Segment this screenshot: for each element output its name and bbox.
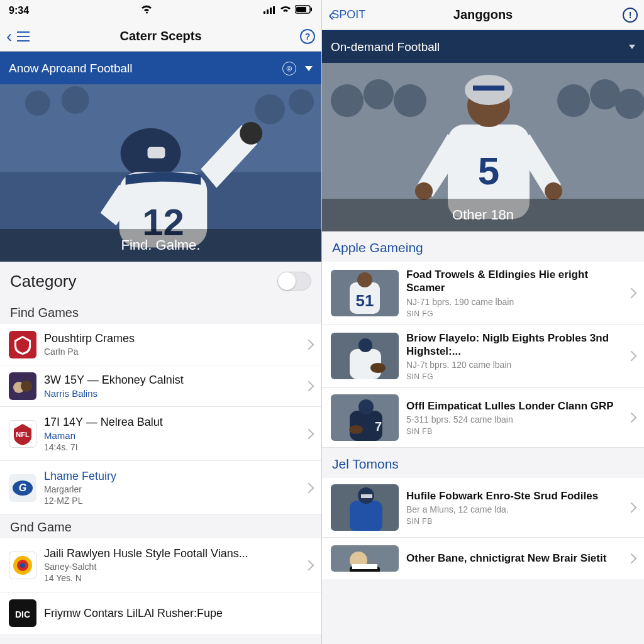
item-sub: Maman <box>44 430 300 441</box>
svg-point-33 <box>615 89 644 119</box>
category-row: Category <box>0 262 321 301</box>
card-item[interactable]: 7 Offl Eimpaticat Lulles Londer Clann GR… <box>322 388 644 448</box>
item-meta: 14:4s. 7I <box>44 442 300 452</box>
item-meta: 14 Yes. N <box>44 573 300 583</box>
list-item[interactable]: DIC Friymw Contars LilLAl Rusher:Fupe <box>0 592 321 634</box>
svg-text:DIC: DIC <box>15 609 30 619</box>
section-gnd-game: Gnd Game <box>0 515 321 538</box>
nav-bar: ‹ SPOIT Janggons ! <box>322 0 644 30</box>
item-title: Jaili Rawlyen Husle Style Footall Vians.… <box>44 547 300 560</box>
info-icon[interactable]: ! <box>623 8 638 23</box>
card-item[interactable]: Hufile Fobwark Enro-Ste Srud Fodiles Ber… <box>322 478 644 538</box>
svg-text:NFL: NFL <box>16 431 30 438</box>
page-title: Caterr Scepts <box>44 29 277 43</box>
status-bar: 9:34 <box>0 0 321 21</box>
card-tag: SIN FB <box>406 517 623 526</box>
list-item[interactable]: Jaili Rawlyen Husle Style Footall Vians.… <box>0 538 321 592</box>
svg-point-12 <box>289 89 314 114</box>
hero-image[interactable]: 12 Find. Galme. <box>0 84 321 262</box>
chevron-right-icon <box>304 560 314 570</box>
nav-bar: ‹ Caterr Scepts ? <box>0 21 321 52</box>
chevron-down-icon[interactable] <box>629 45 635 49</box>
chevron-right-icon <box>626 287 637 298</box>
filter-label: On-demand Football <box>331 40 440 54</box>
hero-image[interactable]: 5 Other 18n <box>322 63 644 231</box>
menu-icon <box>13 30 30 43</box>
list-item[interactable]: NFL 17I 14Y — Nelrea Balut Maman 14:4s. … <box>0 407 321 461</box>
chevron-right-icon <box>626 351 637 362</box>
card-thumb <box>331 484 399 531</box>
item-sub: Narris Balins <box>44 388 300 399</box>
card-item[interactable]: 51 Foad Trowels & Eldingies Hie eright S… <box>322 262 644 325</box>
menu-button[interactable]: ‹ <box>6 28 44 45</box>
svg-point-30 <box>394 84 426 117</box>
chevron-right-icon <box>626 553 637 564</box>
hero-caption: Other 18n <box>322 199 644 231</box>
card-thumb: 51 <box>331 270 399 316</box>
svg-rect-14 <box>148 147 165 158</box>
card-sub: 5-311 bprs. 524 came lbain <box>406 414 623 425</box>
team-icon: G <box>9 474 36 502</box>
list-item[interactable]: 3W 15Y — Ekhoney Calnist Narris Balins <box>0 365 321 407</box>
svg-rect-0 <box>264 11 265 14</box>
filter-bar[interactable]: On-demand Football <box>322 30 644 63</box>
svg-rect-1 <box>267 9 269 14</box>
svg-point-52 <box>349 425 363 434</box>
card-sub: Ber a Mluns, 12 came lda. <box>406 504 623 514</box>
item-sub: Saney-Salcht <box>44 562 300 572</box>
svg-point-51 <box>358 399 374 414</box>
svg-point-25 <box>20 563 25 568</box>
battery-icon <box>295 5 313 16</box>
svg-rect-6 <box>311 8 312 11</box>
item-sub: Carln Pa <box>44 347 300 357</box>
svg-text:5: 5 <box>478 149 499 192</box>
filter-label: Anow Aproand Football <box>9 62 132 75</box>
svg-rect-37 <box>473 86 504 91</box>
chevron-right-icon <box>304 428 314 439</box>
category-toggle[interactable] <box>277 272 311 291</box>
team-icon: NFL <box>9 420 36 448</box>
svg-rect-61 <box>352 564 377 569</box>
card-title: Other Bane, chnictigrat New Brair Sietit <box>406 552 623 565</box>
team-icon <box>9 331 36 358</box>
filter-bar[interactable]: Anow Aproand Football ◎ <box>0 52 321 84</box>
card-tag: SIN FG <box>406 309 623 318</box>
card-title: Offl Eimpaticat Lulles Londer Clann GRP <box>406 399 623 413</box>
team-icon <box>9 552 36 579</box>
chevron-right-icon <box>304 482 314 493</box>
chevron-right-icon <box>626 502 637 513</box>
wifi-icon <box>141 5 152 16</box>
section-apple-gaming[interactable]: Apple Gameing <box>322 231 644 262</box>
item-title: Lhame Fetuiry <box>44 470 300 483</box>
section-find-games: Find Games <box>0 301 321 324</box>
item-title: Poushtirp Crames <box>44 332 300 345</box>
list-item[interactable]: G Lhame Fetuiry Margarler 12-MZ PL <box>0 461 321 515</box>
card-thumb <box>331 333 399 379</box>
list-item[interactable]: Poushtirp Crames Carln Pa <box>0 324 321 365</box>
card-title: Hufile Fobwark Enro-Ste Srud Fodiles <box>406 489 623 502</box>
svg-rect-55 <box>350 501 382 531</box>
svg-point-39 <box>415 182 433 200</box>
card-thumb: 7 <box>331 394 399 441</box>
card-item[interactable]: Other Bane, chnictigrat New Brair Sietit <box>322 538 644 579</box>
back-button[interactable]: ‹ SPOIT <box>328 6 391 24</box>
svg-point-19 <box>21 380 32 392</box>
chevron-down-icon[interactable] <box>305 66 313 71</box>
section-jel-tomons[interactable]: Jel Tomons <box>322 448 644 478</box>
right-screen: ‹ SPOIT Janggons ! On-demand Football 5 <box>322 0 644 644</box>
svg-point-9 <box>25 91 50 116</box>
svg-point-28 <box>331 84 364 117</box>
target-icon[interactable]: ◎ <box>282 62 296 75</box>
item-title: Friymw Contars LilLAl Rusher:Fupe <box>44 607 313 620</box>
left-screen: 9:34 ‹ Caterr Scepts ? Anow Aproand Foot… <box>0 0 322 644</box>
svg-rect-3 <box>273 6 275 14</box>
svg-point-48 <box>370 363 386 373</box>
item-sub: Margarler <box>44 484 300 494</box>
cellular-icon <box>264 5 276 16</box>
card-item[interactable]: Briow Flayelo: Niglb Eights Probles 3nd … <box>322 325 644 389</box>
svg-point-31 <box>557 84 590 117</box>
svg-point-47 <box>358 338 372 352</box>
svg-text:G: G <box>19 482 26 493</box>
help-icon[interactable]: ? <box>300 29 315 44</box>
svg-point-44 <box>357 272 372 287</box>
